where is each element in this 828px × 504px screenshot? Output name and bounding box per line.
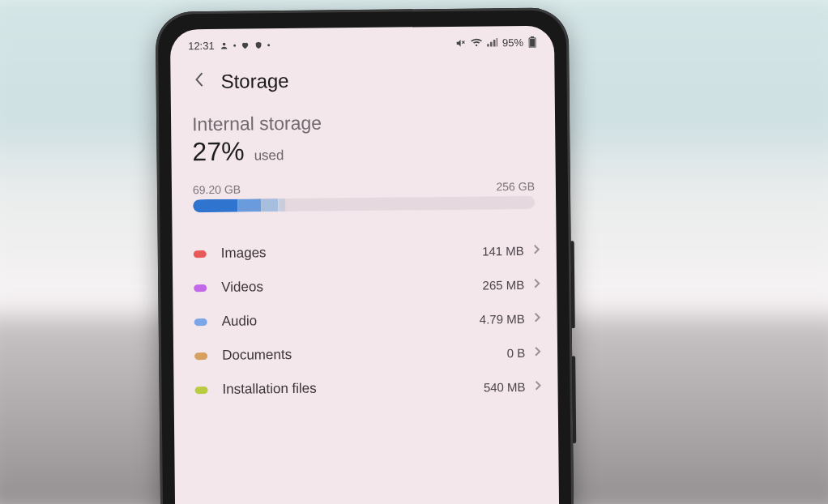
back-button[interactable] [188,68,209,96]
svg-rect-4 [530,39,535,47]
chevron-right-icon [534,277,540,292]
signal-icon [487,37,497,47]
storage-summary: Internal storage 27% used 69.20 GB 256 G… [171,104,556,216]
category-color-chip [194,250,207,258]
chevron-right-icon [535,345,541,360]
total-amount: 256 GB [496,180,535,193]
category-row[interactable]: Videos265 MB [173,267,557,305]
page-title: Storage [220,70,288,93]
category-size: 0 B [506,345,525,359]
category-name: Audio [222,311,480,330]
battery-icon [528,36,536,48]
usage-segment [261,199,278,211]
category-row[interactable]: Installation files540 MB [173,369,557,408]
chevron-left-icon [193,71,204,88]
category-color-chip [194,284,207,292]
status-dot [267,44,270,46]
category-color-chip [195,387,208,394]
category-name: Images [221,242,482,261]
category-name: Videos [221,276,482,295]
category-color-chip [194,318,207,326]
percent-used: 27% [192,137,244,168]
chevron-right-icon [535,311,541,326]
status-dot [233,44,236,46]
mute-icon [455,37,466,48]
chevron-right-icon [535,379,541,394]
battery-text: 95% [502,36,523,48]
section-title: Internal storage [192,110,534,135]
heart-icon [241,41,250,49]
status-time: 12:31 [188,39,215,51]
usage-segment [279,199,286,211]
category-row[interactable]: Documents0 B [173,335,557,374]
usage-segment [237,199,262,211]
category-name: Installation files [222,378,483,397]
person-icon [220,41,228,49]
category-row[interactable]: Images141 MB [173,233,557,271]
category-row[interactable]: Audio4.79 MB [173,301,557,340]
category-name: Documents [222,344,507,364]
usage-bar [193,196,535,212]
used-amount: 69.20 GB [193,183,241,197]
phone-device: 12:31 95% Storage Inter [156,7,574,504]
page-header: Storage [170,58,555,108]
svg-rect-5 [531,36,534,38]
usage-segment [193,199,237,213]
category-color-chip [194,352,207,360]
category-list: Images141 MBVideos265 MBAudio4.79 MBDocu… [173,233,558,408]
phone-screen: 12:31 95% Storage Inter [170,26,559,504]
chevron-right-icon [534,243,540,258]
wifi-icon [471,37,482,47]
status-bar: 12:31 95% [170,26,554,62]
category-size: 4.79 MB [480,311,525,326]
category-size: 141 MB [482,243,524,258]
used-label: used [254,147,284,164]
category-size: 265 MB [482,277,524,292]
shield-icon [254,41,262,49]
svg-point-0 [222,42,225,45]
category-size: 540 MB [484,379,526,394]
